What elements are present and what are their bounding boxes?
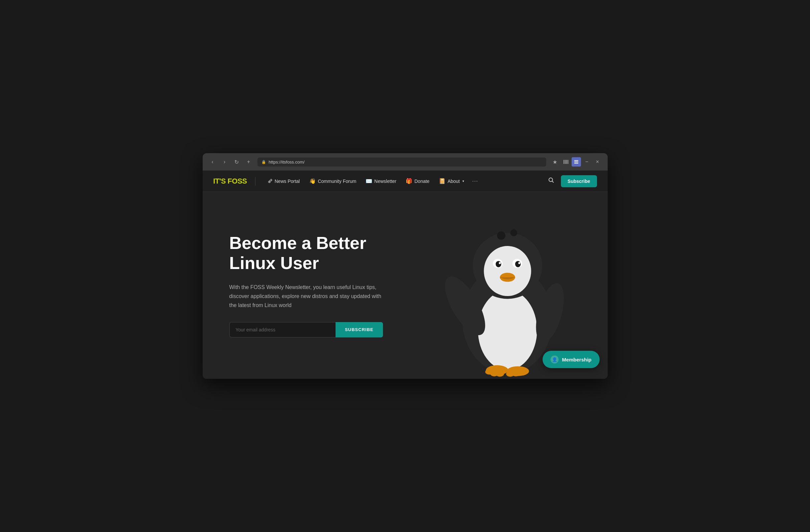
- nav-more-button[interactable]: ···: [469, 175, 481, 187]
- browser-controls: ‹ › ↻ +: [208, 157, 254, 167]
- about-chevron-icon: ▾: [463, 179, 464, 183]
- site-logo[interactable]: IT'S FOSS: [213, 177, 255, 186]
- main-nav: IT'S FOSS 🗞 News Portal 👋 Community Foru…: [202, 170, 608, 192]
- hero-title: Become a Better Linux User: [229, 233, 416, 273]
- nav-news-portal[interactable]: 🗞 News Portal: [263, 176, 304, 187]
- hero-section: Become a Better Linux User With the FOSS…: [202, 192, 608, 379]
- donate-label: Donate: [414, 179, 430, 184]
- svg-point-15: [496, 261, 501, 267]
- library-button[interactable]: [561, 157, 570, 167]
- hero-description: With the FOSS Weekly Newsletter, you lea…: [229, 283, 390, 310]
- minimize-button[interactable]: −: [582, 157, 592, 167]
- subscribe-nav-button[interactable]: Subscribe: [561, 175, 597, 187]
- svg-point-10: [478, 290, 537, 370]
- hero-content: Become a Better Linux User With the FOSS…: [229, 233, 416, 337]
- lock-icon: 🔒: [261, 160, 266, 164]
- forward-button[interactable]: ›: [220, 157, 229, 167]
- url-text: https://itsfoss.com/: [269, 160, 305, 165]
- svg-point-28: [496, 371, 504, 377]
- form-subscribe-button[interactable]: SUBSCRIBE: [336, 322, 383, 337]
- svg-point-18: [518, 262, 520, 264]
- svg-point-21: [510, 229, 517, 236]
- svg-point-20: [497, 231, 505, 239]
- svg-line-8: [552, 181, 554, 183]
- menu-button[interactable]: [572, 157, 581, 167]
- svg-rect-1: [565, 160, 566, 164]
- news-portal-icon: 🗞: [268, 178, 273, 184]
- svg-rect-3: [568, 160, 568, 164]
- newsletter-icon: ✉️: [366, 178, 372, 184]
- community-forum-icon: 👋: [309, 178, 316, 184]
- close-button[interactable]: ×: [593, 157, 602, 167]
- browser-chrome: ‹ › ↻ + 🔒 https://itsfoss.com/ ★: [202, 153, 608, 170]
- nav-about[interactable]: 📔 About ▾: [435, 175, 468, 187]
- back-button[interactable]: ‹: [208, 157, 217, 167]
- nav-links: 🗞 News Portal 👋 Community Forum ✉️ Newsl…: [263, 175, 546, 187]
- search-button[interactable]: [546, 174, 557, 187]
- news-portal-label: News Portal: [275, 179, 300, 184]
- svg-point-7: [549, 178, 553, 182]
- bookmark-button[interactable]: ★: [550, 157, 560, 167]
- browser-window: ‹ › ↻ + 🔒 https://itsfoss.com/ ★: [202, 153, 608, 379]
- nav-community-forum[interactable]: 👋 Community Forum: [305, 175, 360, 187]
- svg-point-17: [499, 262, 501, 264]
- about-icon: 📔: [439, 178, 446, 184]
- new-tab-button[interactable]: +: [244, 157, 254, 167]
- nav-donate[interactable]: 🎁 Donate: [402, 175, 433, 187]
- address-bar[interactable]: 🔒 https://itsfoss.com/: [257, 157, 546, 167]
- website-content: IT'S FOSS 🗞 News Portal 👋 Community Foru…: [202, 170, 608, 379]
- refresh-button[interactable]: ↻: [232, 157, 241, 167]
- newsletter-label: Newsletter: [374, 179, 396, 184]
- donate-icon: 🎁: [406, 178, 412, 184]
- membership-person-icon: 👤: [551, 355, 558, 364]
- membership-button[interactable]: 👤 Membership: [542, 351, 599, 368]
- svg-rect-4: [574, 160, 578, 161]
- svg-rect-6: [574, 163, 578, 164]
- svg-rect-5: [574, 162, 578, 162]
- svg-point-31: [517, 370, 525, 376]
- about-label: About: [448, 179, 460, 184]
- community-forum-label: Community Forum: [318, 179, 356, 184]
- logo-its: IT'S: [213, 177, 226, 185]
- nav-right: Subscribe: [546, 174, 597, 187]
- hero-form: SUBSCRIBE: [229, 322, 383, 337]
- svg-rect-0: [564, 160, 564, 164]
- svg-rect-2: [566, 160, 567, 164]
- browser-actions: ★ − ×: [550, 157, 602, 167]
- membership-label: Membership: [562, 357, 591, 363]
- nav-newsletter[interactable]: ✉️ Newsletter: [361, 175, 400, 187]
- logo-foss: FOSS: [228, 177, 247, 185]
- email-input[interactable]: [229, 322, 336, 337]
- svg-point-16: [515, 261, 520, 267]
- svg-point-12: [484, 246, 531, 296]
